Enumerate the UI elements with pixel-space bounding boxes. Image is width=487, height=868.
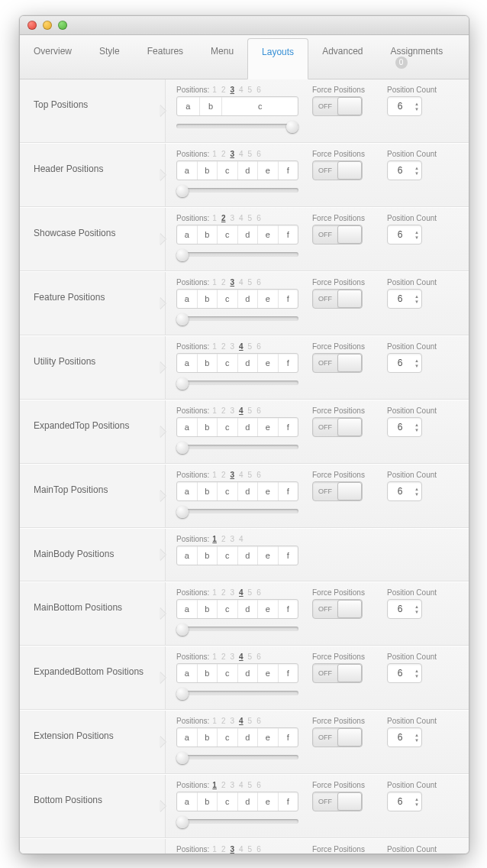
- slider-thumb[interactable]: [176, 442, 189, 454]
- position-number[interactable]: 5: [248, 717, 253, 725]
- position-number[interactable]: 5: [248, 214, 253, 222]
- position-number[interactable]: 4: [239, 150, 244, 158]
- position-slider[interactable]: [176, 688, 298, 698]
- position-number[interactable]: 3: [230, 86, 234, 94]
- stepper-arrows[interactable]: ▲▼: [412, 102, 421, 112]
- toggle-knob[interactable]: [337, 792, 362, 811]
- position-slider[interactable]: [176, 816, 298, 827]
- position-numbers[interactable]: 123456: [212, 150, 260, 158]
- position-number[interactable]: 1: [212, 278, 217, 287]
- position-cell[interactable]: c: [218, 482, 238, 500]
- position-numbers[interactable]: 123456: [212, 342, 260, 351]
- slider-thumb[interactable]: [176, 688, 189, 700]
- stepper-arrows[interactable]: ▲▼: [412, 166, 421, 176]
- toggle-knob[interactable]: [337, 482, 362, 500]
- chevron-down-icon[interactable]: ▼: [414, 492, 419, 497]
- position-cell[interactable]: e: [258, 664, 279, 682]
- position-number[interactable]: 1: [212, 845, 217, 853]
- position-number[interactable]: 1: [212, 653, 217, 661]
- position-numbers[interactable]: 123456: [212, 588, 260, 597]
- tab-assignments[interactable]: Assignments0: [377, 35, 469, 79]
- position-number[interactable]: 1: [212, 471, 217, 479]
- chevron-up-icon[interactable]: ▲: [414, 102, 419, 106]
- position-number[interactable]: 4: [239, 653, 244, 661]
- position-cell[interactable]: a: [177, 792, 198, 811]
- position-number[interactable]: 5: [248, 653, 253, 661]
- position-cells[interactable]: abcdef: [176, 599, 298, 619]
- position-count-stepper[interactable]: 6▲▼: [387, 599, 422, 619]
- position-number[interactable]: 1: [212, 535, 217, 543]
- chevron-down-icon[interactable]: ▼: [414, 802, 419, 807]
- slider-thumb[interactable]: [176, 506, 189, 518]
- position-cell[interactable]: a: [177, 728, 198, 747]
- position-cell[interactable]: c: [218, 728, 238, 747]
- position-count-stepper[interactable]: 6▲▼: [387, 792, 422, 811]
- force-positions-toggle[interactable]: OFF: [312, 96, 363, 116]
- position-cell[interactable]: e: [258, 600, 279, 618]
- position-cell[interactable]: d: [238, 728, 259, 747]
- position-slider[interactable]: [176, 377, 298, 388]
- position-number[interactable]: 2: [221, 278, 226, 287]
- chevron-up-icon[interactable]: ▲: [414, 604, 419, 609]
- position-cell[interactable]: c: [218, 664, 238, 682]
- chevron-down-icon[interactable]: ▼: [414, 674, 419, 679]
- position-cells[interactable]: abc: [176, 96, 298, 116]
- position-number[interactable]: 2: [221, 342, 226, 351]
- position-number[interactable]: 6: [256, 214, 261, 222]
- chevron-down-icon[interactable]: ▼: [414, 107, 419, 112]
- toggle-knob[interactable]: [337, 161, 362, 180]
- position-number[interactable]: 3: [230, 653, 234, 661]
- toggle-knob[interactable]: [337, 290, 362, 308]
- position-number[interactable]: 6: [256, 717, 261, 725]
- position-count-stepper[interactable]: 6▲▼: [387, 663, 422, 683]
- position-cell[interactable]: a: [177, 600, 198, 618]
- position-numbers[interactable]: 123456: [212, 406, 260, 415]
- position-cell[interactable]: a: [177, 418, 198, 436]
- position-number[interactable]: 3: [230, 588, 234, 597]
- slider-thumb[interactable]: [176, 816, 189, 828]
- position-number[interactable]: 3: [230, 214, 234, 222]
- position-number[interactable]: 1: [212, 214, 217, 222]
- position-number[interactable]: 2: [221, 86, 226, 94]
- position-cell[interactable]: f: [279, 792, 298, 811]
- position-cell[interactable]: d: [238, 418, 259, 436]
- position-number[interactable]: 4: [239, 588, 244, 597]
- position-count-stepper[interactable]: 6▲▼: [387, 727, 422, 747]
- stepper-arrows[interactable]: ▲▼: [412, 604, 421, 614]
- position-number[interactable]: 3: [230, 781, 234, 789]
- force-positions-toggle[interactable]: OFF: [312, 225, 363, 245]
- position-number[interactable]: 5: [248, 845, 253, 853]
- chevron-down-icon[interactable]: ▼: [414, 610, 419, 614]
- window-close-button[interactable]: [27, 21, 37, 30]
- position-number[interactable]: 3: [230, 845, 234, 853]
- position-cell[interactable]: b: [198, 664, 218, 682]
- position-number[interactable]: 5: [248, 86, 253, 94]
- position-cell[interactable]: c: [218, 600, 238, 618]
- chevron-up-icon[interactable]: ▲: [414, 733, 419, 737]
- position-number[interactable]: 1: [212, 717, 217, 725]
- position-cell[interactable]: c: [218, 225, 238, 244]
- position-number[interactable]: 2: [221, 781, 226, 789]
- position-cell[interactable]: e: [258, 290, 279, 308]
- position-cell[interactable]: c: [218, 546, 238, 565]
- position-number[interactable]: 4: [239, 845, 244, 853]
- position-number[interactable]: 2: [221, 150, 226, 158]
- position-count-stepper[interactable]: 6▲▼: [387, 96, 422, 116]
- position-numbers[interactable]: 123456: [212, 214, 260, 222]
- position-cell[interactable]: e: [258, 225, 279, 244]
- position-slider[interactable]: [176, 752, 298, 763]
- slider-thumb[interactable]: [176, 752, 189, 764]
- position-number[interactable]: 1: [212, 588, 217, 597]
- position-slider[interactable]: [176, 249, 298, 260]
- position-cells[interactable]: abcdef: [176, 289, 298, 309]
- position-cell[interactable]: e: [258, 418, 279, 436]
- slider-thumb[interactable]: [176, 185, 189, 197]
- position-count-stepper[interactable]: 6▲▼: [387, 225, 422, 245]
- position-cell[interactable]: a: [177, 354, 198, 372]
- stepper-arrows[interactable]: ▲▼: [412, 669, 421, 679]
- tab-advanced[interactable]: Advanced: [308, 35, 376, 79]
- force-positions-toggle[interactable]: OFF: [312, 160, 363, 180]
- slider-thumb[interactable]: [176, 377, 189, 390]
- toggle-knob[interactable]: [337, 600, 362, 618]
- position-cell[interactable]: b: [198, 728, 218, 747]
